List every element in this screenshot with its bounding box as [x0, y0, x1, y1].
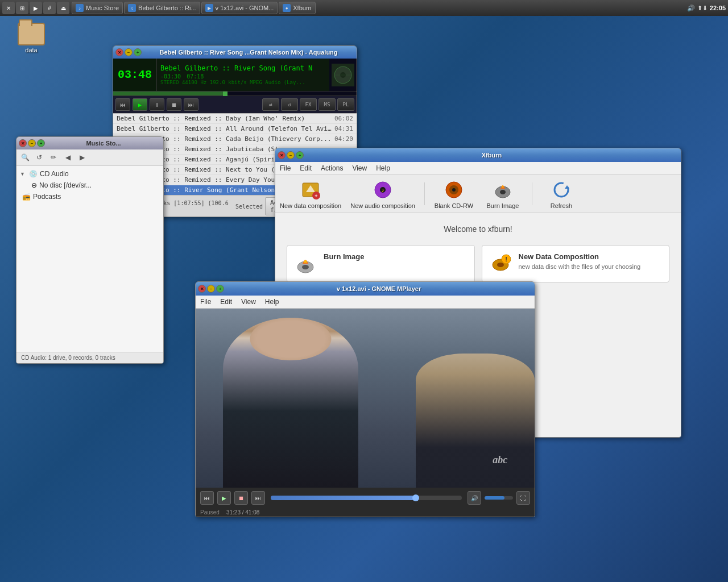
taskbar-system-icon-5[interactable]: ⏏ — [57, 2, 69, 14]
pause-button[interactable]: ⏸ — [150, 98, 164, 111]
mplayer-prev-button[interactable]: ⏮ — [200, 491, 214, 505]
new-data-composition-icon: + — [299, 178, 322, 201]
mplayer-title: v 1x12.avi - GNOME MPlayer — [225, 285, 532, 292]
xfburn-menubar: File Edit Actions View Help — [275, 162, 681, 175]
aqualung-title: Bebel Gilberto :: River Song ...Grant Ne… — [143, 49, 354, 56]
taskbar-app-xfburn[interactable]: ● Xfburn — [279, 2, 315, 14]
tree-item-no-disc[interactable]: ⊖ No disc [/dev/sr... — [30, 180, 161, 191]
xfburn-close-button[interactable]: ✕ — [278, 151, 286, 159]
taskbar-app-aqualung[interactable]: ♫ Bebel Gilberto :: Ri... — [124, 2, 200, 14]
tree-item-podcasts[interactable]: 📻 Podcasts — [19, 191, 161, 202]
mplayer-statusbar: Paused 31:23 / 41:08 — [196, 508, 535, 517]
tb-refresh-label: Refresh — [551, 202, 573, 209]
mplayer-stop-button[interactable]: ⏹ — [234, 491, 248, 505]
music-store-close-button[interactable]: ✕ — [19, 139, 27, 147]
taskbar-app-music-store[interactable]: ♪ Music Store — [72, 2, 123, 14]
fx-button[interactable]: FX — [300, 98, 317, 111]
aqualung-progress-bar[interactable] — [113, 92, 357, 96]
no-disc-label: No disc [/dev/sr... — [39, 181, 92, 189]
tb-new-audio-composition[interactable]: ♪ New audio composition — [350, 178, 415, 209]
aqualung-taskbar-icon: ♫ — [128, 4, 136, 12]
ms-edit-button[interactable]: ✏ — [47, 151, 60, 164]
aqualung-maximize-button[interactable]: + — [134, 48, 142, 56]
video-person-left — [223, 318, 358, 488]
aqualung-minimize-button[interactable]: − — [125, 48, 133, 56]
music-store-status: CD Audio: 1 drive, 0 records, 0 tracks — [16, 352, 163, 363]
tb-blank-cdrw[interactable]: Blank CD-RW — [434, 178, 474, 209]
mplayer-menu-help[interactable]: Help — [260, 297, 284, 307]
aqualung-time-total: 07:18 — [187, 73, 204, 80]
mplayer-progress-thumb — [412, 494, 419, 501]
aqualung-titlebar: ✕ − + Bebel Gilberto :: River Song ...Gr… — [113, 46, 357, 59]
svg-marker-17 — [565, 185, 569, 189]
mplayer-menu-file[interactable]: File — [196, 297, 216, 307]
mplayer-progress-bar[interactable] — [271, 496, 462, 500]
mplayer-close-button[interactable]: ✕ — [198, 285, 206, 293]
stop-button[interactable]: ⏹ — [167, 98, 181, 111]
burn-image-title: Burn Image — [324, 252, 365, 261]
ms-search-button[interactable]: 🔍 — [19, 151, 31, 164]
mplayer-play-button[interactable]: ▶ — [217, 491, 231, 505]
svg-point-16 — [555, 183, 568, 197]
taskbar-app-music-store-label: Music Store — [86, 5, 119, 11]
tb-refresh[interactable]: Refresh — [541, 178, 581, 209]
tree-item-cd-audio[interactable]: ▼ 💿 CD Audio — [19, 168, 161, 180]
mplayer-next-button[interactable]: ⏭ — [251, 491, 265, 505]
aqualung-close-button[interactable]: ✕ — [115, 48, 123, 56]
ms-forward-button[interactable]: ▶ — [76, 151, 88, 164]
svg-point-21 — [497, 263, 504, 267]
taskbar-system-icon-1[interactable]: ✕ — [2, 2, 15, 14]
xf-option-burn-image[interactable]: Burn Image — [287, 245, 475, 282]
tb-new-data-composition[interactable]: + New data composition — [280, 178, 341, 209]
xfburn-title: Xfburn — [305, 152, 679, 159]
pl-button[interactable]: PL — [337, 98, 354, 111]
playlist-item[interactable]: Bebel Gilberto :: Remixed :: Baby (Iam W… — [113, 114, 357, 124]
play-button[interactable]: ▶ — [133, 98, 147, 111]
tb-burn-image[interactable]: Burn Image — [483, 178, 523, 209]
video-head-left — [250, 318, 331, 360]
taskbar-system-icon-2[interactable]: ⊞ — [16, 2, 28, 14]
menu-edit[interactable]: Edit — [295, 163, 316, 173]
xf-option-new-data-composition[interactable]: ! New Data Composition new data disc wit… — [482, 245, 670, 282]
svg-point-13 — [452, 188, 456, 192]
aqualung-song-title: Bebel Gilberto :: River Song (Grant N — [160, 64, 326, 72]
aqualung-time-row: -03:30 07:18 — [160, 73, 326, 80]
prev-button[interactable]: ⏮ — [115, 98, 130, 111]
volume-icon: 🔊 — [687, 5, 695, 12]
mplayer-volume-slider[interactable] — [485, 496, 513, 500]
ms-button[interactable]: MS — [318, 98, 336, 111]
xfburn-maximize-button[interactable]: + — [296, 151, 304, 159]
next-button[interactable]: ⏭ — [184, 98, 198, 111]
xfburn-welcome: Welcome to xfburn! — [444, 225, 512, 234]
taskbar: ✕ ⊞ ▶ # ⏏ ♪ Music Store ♫ Bebel Gilberto… — [0, 0, 728, 16]
ms-refresh-button[interactable]: ↺ — [33, 151, 46, 164]
track-time: 04:31 — [333, 125, 353, 132]
mplayer-menu-edit[interactable]: Edit — [216, 297, 237, 307]
taskbar-app-mplayer[interactable]: ▶ v 1x12.avi - GNOM... — [201, 2, 278, 14]
menu-view[interactable]: View — [348, 163, 371, 173]
mplayer-maximize-button[interactable]: + — [216, 285, 224, 293]
aqualung-display: 03:48 Bebel Gilberto :: River Song (Gran… — [113, 59, 357, 92]
mplayer-fullscreen-button[interactable]: ⛶ — [516, 491, 530, 505]
refresh-icon — [550, 178, 573, 201]
shuffle-button[interactable]: ⇄ — [262, 98, 279, 111]
music-store-maximize-button[interactable]: + — [37, 139, 45, 147]
repeat-button[interactable]: ↺ — [281, 98, 298, 111]
menu-file[interactable]: File — [275, 163, 295, 173]
toolbar-separator-2 — [532, 182, 532, 205]
taskbar-system-icon-4[interactable]: # — [43, 2, 56, 14]
menu-actions[interactable]: Actions — [316, 163, 348, 173]
mplayer-volume-button[interactable]: 🔊 — [468, 491, 481, 505]
mplayer-minimize-button[interactable]: − — [207, 285, 215, 293]
playlist-item[interactable]: Bebel Gilberto :: Remixed :: All Around … — [113, 124, 357, 134]
menu-help[interactable]: Help — [371, 163, 395, 173]
music-store-minimize-button[interactable]: − — [28, 139, 36, 147]
cd-audio-toggle: ▼ — [20, 171, 27, 177]
ms-back-button[interactable]: ◀ — [61, 151, 74, 164]
new-data-composition-option-icon: ! — [489, 252, 512, 275]
desktop-data-icon[interactable]: data — [11, 23, 51, 53]
mplayer-menu-view[interactable]: View — [237, 297, 260, 307]
taskbar-right: 🔊 ⬆⬇ 22:05 — [687, 5, 726, 12]
xfburn-minimize-button[interactable]: − — [287, 151, 295, 159]
taskbar-system-icon-3[interactable]: ▶ — [30, 2, 42, 14]
